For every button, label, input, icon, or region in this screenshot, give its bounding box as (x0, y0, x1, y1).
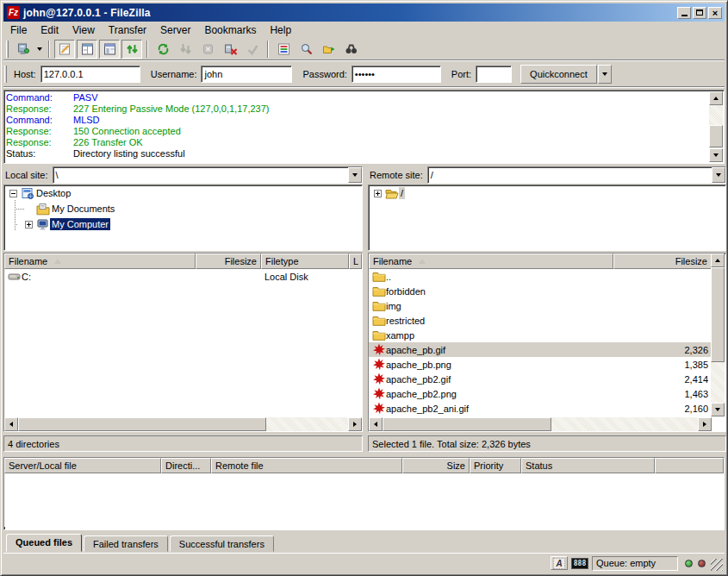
remote-hscrollbar[interactable] (369, 417, 712, 431)
find-files (344, 42, 358, 56)
queue-column-status[interactable]: Status (521, 458, 655, 473)
password-input[interactable] (352, 66, 441, 83)
menu-server[interactable]: Server (153, 22, 197, 38)
scroll-up-icon[interactable] (709, 91, 723, 105)
quickconnect-dropdown[interactable] (598, 65, 612, 84)
filesize-cell: 1,385 (613, 360, 712, 370)
scroll-left-icon[interactable] (4, 417, 18, 431)
toggle-message-log-button[interactable] (54, 40, 75, 59)
scroll-left-icon[interactable] (369, 417, 383, 431)
menu-edit[interactable]: Edit (34, 22, 65, 38)
scroll-right-icon[interactable] (698, 417, 712, 431)
speed-limits-icon[interactable]: 888 (571, 556, 588, 570)
file-row[interactable]: xampp (369, 328, 712, 342)
file-row[interactable]: restricted (369, 313, 712, 328)
combo-dropdown-icon[interactable] (348, 167, 362, 183)
column-header-l[interactable]: L (349, 254, 362, 269)
tree-item-my-documents[interactable]: My Documents (4, 201, 362, 216)
queue-column-directi-[interactable]: Directi... (161, 458, 211, 473)
file-row[interactable]: apache_pb.gif2,326 (369, 342, 712, 357)
combo-dropdown-icon[interactable] (712, 167, 725, 183)
column-header-filename[interactable]: Filename (369, 254, 613, 269)
column-header-filetype[interactable]: Filetype (261, 254, 349, 269)
filename-cell: img (369, 299, 613, 312)
file-row[interactable]: apache_pb2.gif2,414 (369, 372, 712, 386)
column-header-filesize[interactable]: Filesize (196, 254, 261, 269)
menu-help[interactable]: Help (263, 22, 298, 38)
file-row[interactable]: forbidden (369, 284, 712, 298)
filename-cell: restricted (369, 314, 613, 327)
log-scrollbar[interactable] (709, 91, 723, 162)
tab-successful-transfers[interactable]: Successful transfers (170, 535, 274, 552)
collapse-icon[interactable] (9, 190, 17, 197)
find-files-button[interactable] (340, 40, 361, 59)
log-line-text: MLSD (73, 115, 100, 126)
scroll-up-icon[interactable] (711, 254, 725, 267)
quickconnect-button[interactable]: Quickconnect (520, 65, 597, 84)
toolbar (3, 38, 725, 60)
toggle-remote-tree-button[interactable] (99, 40, 120, 59)
file-row[interactable]: img (369, 298, 712, 313)
synchronized-browsing-button[interactable] (318, 40, 339, 59)
scroll-thumb[interactable] (383, 417, 551, 431)
scroll-thumb[interactable] (711, 267, 725, 362)
menu-file[interactable]: File (3, 22, 34, 38)
file-row[interactable]: .. (369, 269, 712, 284)
scroll-down-icon[interactable] (711, 403, 725, 416)
scroll-thumb[interactable] (18, 417, 266, 431)
toggle-transfer-queue-button[interactable] (121, 40, 142, 59)
log-line-label: Response: (6, 137, 73, 148)
tab-failed-transfers[interactable]: Failed transfers (84, 535, 168, 552)
sort-ascending-icon (419, 259, 426, 264)
scroll-down-icon[interactable] (709, 148, 723, 162)
log-line-label: Response: (6, 126, 73, 137)
minimize-button[interactable] (677, 7, 691, 19)
host-input[interactable] (40, 66, 140, 83)
file-row[interactable]: apache_pb2.png1,463 (369, 386, 712, 401)
image-file-icon (372, 358, 386, 371)
expand-icon[interactable] (25, 221, 33, 229)
queue-column-server-local-file[interactable]: Server/Local file (4, 458, 161, 473)
tree-item-desktop[interactable]: Desktop (4, 185, 362, 201)
menu-view[interactable]: View (65, 22, 102, 38)
site-manager-dropdown-icon[interactable] (34, 40, 45, 59)
maximize-button[interactable] (693, 7, 706, 19)
directory-comparison-button[interactable] (296, 40, 316, 59)
expand-icon[interactable] (374, 190, 382, 197)
remote-vscrollbar[interactable] (711, 254, 725, 416)
log-line-label: Command: (6, 92, 73, 103)
tree-item-label: Desktop (34, 187, 72, 199)
toggle-message-log (58, 42, 72, 56)
queue-column-remote-file[interactable]: Remote file (211, 458, 402, 473)
menu-bookmarks[interactable]: Bookmarks (197, 22, 263, 38)
port-input[interactable] (476, 66, 512, 83)
close-button[interactable]: × (708, 7, 722, 19)
scroll-thumb[interactable] (709, 125, 723, 147)
tab-queued-files[interactable]: Queued files (6, 534, 82, 552)
queue-size-indicator: Queue: empty (592, 556, 678, 571)
tree-item-my-computer[interactable]: My Computer (4, 216, 362, 232)
site-manager-button[interactable] (12, 40, 33, 59)
toggle-local-tree-button[interactable] (77, 40, 97, 59)
file-row[interactable]: apache_pb2_ani.gif2,160 (369, 401, 712, 416)
file-row[interactable]: C:Local Disk (4, 269, 362, 284)
resize-grip[interactable] (711, 559, 723, 571)
transfer-type-icon[interactable]: A (551, 556, 568, 570)
disconnect-button[interactable] (220, 40, 240, 59)
directory-filters-button[interactable] (273, 40, 294, 59)
queue-column-size[interactable]: Size (402, 458, 470, 473)
refresh-button[interactable] (152, 40, 173, 59)
filename-cell: apache_pb2.png (369, 387, 613, 400)
menu-transfer[interactable]: Transfer (102, 22, 153, 38)
scroll-right-icon[interactable] (348, 417, 362, 431)
remote-site-combobox[interactable]: / (427, 166, 726, 184)
column-header-filename[interactable]: Filename (4, 254, 196, 269)
local-hscrollbar[interactable] (4, 417, 362, 431)
queue-column-priority[interactable]: Priority (470, 458, 521, 473)
remote-site-row: Remote site: / (368, 166, 726, 184)
column-header-filesize[interactable]: Filesize (613, 254, 712, 269)
local-site-combobox[interactable]: \ (53, 166, 363, 184)
tree-item--[interactable]: / (369, 185, 725, 201)
file-row[interactable]: apache_pb.png1,385 (369, 357, 712, 372)
username-input[interactable] (201, 66, 292, 83)
